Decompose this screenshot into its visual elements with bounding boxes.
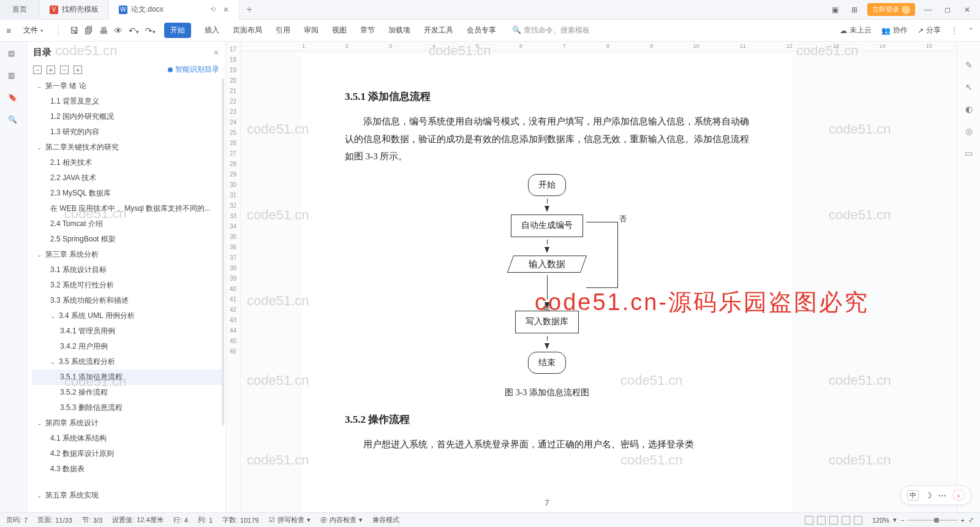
print-icon[interactable]: 🖶 xyxy=(99,26,108,36)
chevron-down-icon[interactable]: ⌄ xyxy=(37,251,43,258)
toc-item[interactable]: ⌄第五章 系统实现 xyxy=(32,488,223,503)
location-tool-icon[interactable]: ◎ xyxy=(965,126,973,136)
document-page[interactable]: 3.5.1 添加信息流程 添加信息，编号系统使用自动编号模式，没有用户填写，用户… xyxy=(302,54,792,512)
view-print-icon[interactable] xyxy=(805,516,813,525)
toc-item[interactable]: ⌄第四章 系统设计 xyxy=(32,415,223,431)
view-full-icon[interactable] xyxy=(854,516,862,525)
toc-item[interactable]: ⌄第三章 系统分析 xyxy=(32,247,223,262)
close-outline-icon[interactable]: ✕ xyxy=(213,48,219,57)
chevron-down-icon[interactable]: ⌄ xyxy=(37,144,43,151)
chevron-down-icon[interactable]: ⌄ xyxy=(37,83,43,89)
status-setval[interactable]: 设置值: 12.4厘米 xyxy=(112,515,163,525)
zoom-fit-icon[interactable]: ⤢ xyxy=(968,516,974,524)
print-preview-icon[interactable]: 👁 xyxy=(114,26,123,36)
chevron-down-icon[interactable]: ⌄ xyxy=(50,358,56,365)
toc-item[interactable]: 3.3 系统功能分析和描述 xyxy=(32,293,223,308)
toc-item[interactable]: 2.2 JAVA 技术 xyxy=(32,170,223,186)
toc-item[interactable]: ⌄第二章关键技术的研究 xyxy=(32,140,223,155)
tab-document[interactable]: W 论文.docx ⟲ ✕ xyxy=(109,0,239,20)
menu-reference[interactable]: 引用 xyxy=(276,25,290,36)
toc-item[interactable]: 3.5.2 操作流程 xyxy=(32,385,223,400)
status-contentcheck[interactable]: ⦿ 内容检查 ▾ xyxy=(320,515,363,525)
expand-icon[interactable]: ⌃ xyxy=(968,26,974,35)
more-dots-icon[interactable]: ⋯ xyxy=(938,491,946,500)
smart-detect-outline[interactable]: 智能识别目录 xyxy=(168,64,219,75)
cloud-unsynced[interactable]: ☁ 未上云 xyxy=(840,25,872,36)
toc-item[interactable]: 1.3 研究的内容 xyxy=(32,124,223,140)
window-close-icon[interactable]: ✕ xyxy=(960,3,974,17)
menu-insert[interactable]: 插入 xyxy=(205,25,219,36)
menu-addin[interactable]: 加载项 xyxy=(388,25,410,36)
collaborate[interactable]: 👥 协作 xyxy=(881,25,908,36)
view-reading-icon[interactable] xyxy=(842,516,850,525)
status-spellcheck[interactable]: ☑ 拼写检查 ▾ xyxy=(269,515,311,525)
edit-tool-icon[interactable]: ✎ xyxy=(965,60,973,70)
toc-item[interactable]: ⌄第一章 绪 论 xyxy=(32,78,223,94)
menu-vip[interactable]: 会员专享 xyxy=(467,25,496,36)
tab-home[interactable]: 首页 xyxy=(0,0,40,20)
view-web-icon[interactable] xyxy=(829,516,838,525)
login-button[interactable]: 立即登录 xyxy=(867,3,915,16)
toc-item[interactable]: ⌄3.4 系统 UML 用例分析 xyxy=(32,308,223,324)
toc-item[interactable]: ⌄3.5 系统流程分析 xyxy=(32,354,223,370)
side-panel-icon[interactable]: ▣ xyxy=(828,3,842,17)
status-words[interactable]: 字数: 10179 xyxy=(222,515,259,525)
toc-item[interactable]: 3.1 系统设计目标 xyxy=(32,262,223,278)
menu-dev-tools[interactable]: 开发工具 xyxy=(424,25,453,36)
expand-all-icon[interactable]: + xyxy=(47,66,55,74)
status-compat[interactable]: 兼容模式 xyxy=(372,515,399,525)
toc-item[interactable]: 2.5 SpringBoot 框架 xyxy=(32,232,223,247)
toc-item[interactable]: 2.4 Tomcat 介绍 xyxy=(32,216,223,232)
save-icon[interactable]: 🖫 xyxy=(70,26,78,36)
command-search[interactable]: 🔍 查找命令、搜索模板 xyxy=(512,25,589,36)
chevron-down-icon[interactable]: ⌄ xyxy=(37,492,43,499)
tab-templates[interactable]: V找稻壳模板 xyxy=(40,0,109,20)
undo-icon[interactable]: ↶▾ xyxy=(129,26,139,36)
menu-view[interactable]: 视图 xyxy=(332,25,347,36)
collapse-pill-icon[interactable]: › xyxy=(952,489,965,501)
toc-item[interactable]: 3.5.1 添加信息流程 xyxy=(32,370,223,385)
layers-icon[interactable]: ▥ xyxy=(8,71,19,82)
menu-section[interactable]: 章节 xyxy=(360,25,375,36)
status-section[interactable]: 节: 3/3 xyxy=(82,515,102,525)
redo-icon[interactable]: ↷▾ xyxy=(145,26,156,36)
tab-revert-icon[interactable]: ⟲ xyxy=(210,6,216,13)
window-maximize-icon[interactable]: ◻ xyxy=(941,3,954,17)
toc-item[interactable]: 2.1 相关技术 xyxy=(32,155,223,170)
zoom-out-icon[interactable]: − xyxy=(900,517,904,524)
status-row[interactable]: 行: 4 xyxy=(173,515,188,525)
bookmark-icon[interactable]: 🔖 xyxy=(8,93,19,104)
status-page[interactable]: 页码: 7 xyxy=(6,515,28,525)
status-sheet[interactable]: 页面: 11/33 xyxy=(37,515,72,525)
toc-item[interactable]: 1.1 背景及意义 xyxy=(32,94,223,109)
chevron-down-icon[interactable]: ⌄ xyxy=(50,313,56,319)
reading-tool-icon[interactable]: ▭ xyxy=(965,148,973,158)
collapse-all-icon[interactable]: − xyxy=(33,66,42,74)
outline-plus-icon[interactable]: + xyxy=(74,66,82,74)
outline-minus-icon[interactable]: − xyxy=(60,66,69,74)
toc-item[interactable]: 4.2 数据库设计原则 xyxy=(32,446,223,461)
apps-icon[interactable]: ⊞ xyxy=(848,3,861,17)
zoom-slider[interactable] xyxy=(908,520,957,521)
save-as-icon[interactable]: 🗐 xyxy=(85,26,93,36)
menu-start[interactable]: 开始 xyxy=(164,23,191,38)
toc-item[interactable]: 3.4.2 用户用例 xyxy=(32,339,223,354)
new-tab-button[interactable]: ＋ xyxy=(239,3,259,16)
hamburger-icon[interactable]: ≡ xyxy=(6,26,11,36)
toc-item[interactable]: 在 WEB 应用技术中， Mysql 数据库支持不同的... xyxy=(32,201,223,216)
zoom-control[interactable]: 120% ▾ − + ⤢ xyxy=(872,516,974,524)
toc-item[interactable]: 1.2 国内外研究概况 xyxy=(32,109,223,124)
zoom-in-icon[interactable]: + xyxy=(961,517,965,524)
chevron-down-icon[interactable]: ⌄ xyxy=(37,420,43,427)
toc-item[interactable]: 4.1 系统体系结构 xyxy=(32,431,223,446)
tab-close-icon[interactable]: ✕ xyxy=(223,6,229,14)
ime-cn-icon[interactable]: 中 xyxy=(907,490,919,501)
night-mode-icon[interactable]: ☽ xyxy=(925,491,932,500)
select-tool-icon[interactable]: ↖ xyxy=(965,82,973,92)
file-menu[interactable]: 文件▾ xyxy=(20,23,47,38)
view-outline-icon[interactable] xyxy=(817,516,826,525)
status-col[interactable]: 列: 1 xyxy=(198,515,213,525)
share-button[interactable]: ↗ 分享 xyxy=(918,25,941,36)
menu-review[interactable]: 审阅 xyxy=(304,25,318,36)
window-minimize-icon[interactable]: — xyxy=(921,3,935,17)
